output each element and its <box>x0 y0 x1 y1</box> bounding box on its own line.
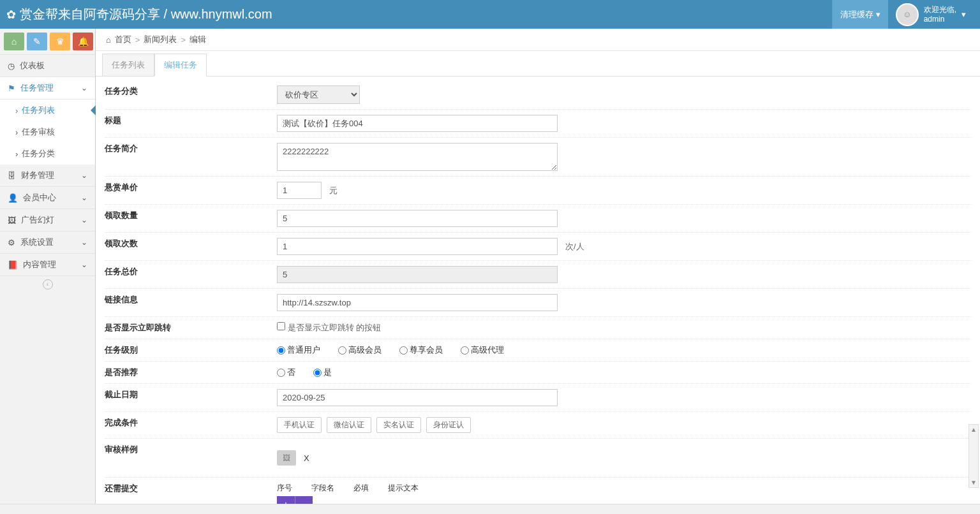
qty-input[interactable] <box>277 210 558 227</box>
scroll-up-icon: ▲ <box>970 426 977 433</box>
label-sample: 审核样例 <box>105 444 277 472</box>
sidebar-item-label: 内容管理 <box>23 259 56 270</box>
flag-icon: ⚑ <box>8 84 15 93</box>
dashboard-icon: ◷ <box>8 61 15 71</box>
label-link: 链接信息 <box>105 294 277 311</box>
sidebar-item-label: 会员中心 <box>23 192 56 203</box>
briefcase-icon: 🗄 <box>8 171 16 180</box>
level-opt-agent[interactable]: 高级代理 <box>461 344 504 356</box>
edit-form: 任务分类 砍价专区 标题 任务简介 2222222222 悬赏单价 <box>96 77 980 514</box>
cond-id[interactable]: 身份证认 <box>426 417 471 433</box>
label-level: 任务级别 <box>105 344 277 356</box>
separator: > <box>181 35 186 45</box>
welcome-text: 欢迎光临, <box>924 5 956 14</box>
recommend-yes[interactable]: 是 <box>313 367 332 378</box>
users-button[interactable]: ♛ <box>50 33 70 50</box>
label-title: 标题 <box>105 115 277 132</box>
label-total: 任务总价 <box>105 266 277 283</box>
cond-realname[interactable]: 实名认证 <box>376 417 421 433</box>
main: ⌂ 首页 > 新闻列表 > 编辑 任务列表 编辑任务 任务分类 砍价专区 标题 <box>96 29 980 514</box>
chevron-down-icon: ⌄ <box>81 260 87 269</box>
breadcrumb-current: 编辑 <box>189 34 206 45</box>
caret-down-icon: ▾ <box>876 10 880 19</box>
sidebar-item-label: 任务列表 <box>22 105 55 116</box>
sidebar-item-label: 任务管理 <box>20 82 54 94</box>
chevron-down-icon: ⌄ <box>81 193 87 202</box>
times-suffix: 次/人 <box>565 241 584 253</box>
sidebar-item-task-cat[interactable]: ›任务分类 <box>0 143 95 165</box>
sidebar-item-finance[interactable]: 🗄财务管理 ⌄ <box>0 165 95 187</box>
tab-task-list[interactable]: 任务列表 <box>102 54 154 76</box>
link-input[interactable] <box>277 294 558 311</box>
sidebar-item-label: 任务审核 <box>22 126 55 138</box>
level-opt-vip[interactable]: 尊享会员 <box>399 344 443 356</box>
tab-task-edit[interactable]: 编辑任务 <box>154 54 207 77</box>
sidebar-item-task-audit[interactable]: ›任务审核 <box>0 121 95 143</box>
sidebar-item-label: 广告幻灯 <box>21 214 54 226</box>
jump-checkbox-wrap[interactable]: 是否显示立即跳转 的按钮 <box>277 322 381 334</box>
label-jump: 是否显示立即跳转 <box>105 322 277 334</box>
level-opt-normal[interactable]: 普通用户 <box>277 344 320 356</box>
intro-textarea[interactable]: 2222222222 <box>277 143 558 171</box>
sample-remove[interactable]: X <box>304 453 309 463</box>
chevron-down-icon: ⌄ <box>81 84 87 92</box>
clear-cache-label: 清理缓存 <box>840 9 873 20</box>
avatar: ☺ <box>896 3 919 26</box>
recommend-no[interactable]: 否 <box>277 367 295 378</box>
sidebar-collapse[interactable]: ‹ <box>0 276 95 292</box>
deadline-input[interactable] <box>277 389 558 406</box>
alert-button[interactable]: 🔔 <box>73 33 93 50</box>
bullet-icon: › <box>15 106 18 115</box>
breadcrumb: ⌂ 首页 > 新闻列表 > 编辑 <box>96 29 980 51</box>
category-select[interactable]: 砍价专区 <box>277 85 360 104</box>
price-suffix: 元 <box>329 185 338 196</box>
page-scrollbar[interactable] <box>0 504 980 514</box>
sidebar-item-label: 仪表板 <box>20 60 45 71</box>
sidebar-item-system[interactable]: ⚙系统设置 ⌄ <box>0 231 95 254</box>
label-category: 任务分类 <box>105 85 277 104</box>
sidebar-item-task-list[interactable]: ›任务列表 <box>0 99 95 121</box>
breadcrumb-list[interactable]: 新闻列表 <box>144 34 177 45</box>
toolbar: ⌂ ✎ ♛ 🔔 <box>0 29 95 55</box>
label-recommend: 是否推荐 <box>105 367 277 378</box>
sidebar-item-dashboard[interactable]: ◷仪表板 <box>0 55 95 77</box>
col-name: 字段名 <box>311 483 334 494</box>
label-deadline: 截止日期 <box>105 389 277 406</box>
user-text: 欢迎光临, admin <box>924 5 956 24</box>
cond-wechat[interactable]: 微信认证 <box>327 417 371 433</box>
sidebar-item-tasks[interactable]: ⚑任务管理 ⌄ <box>0 77 95 99</box>
label-qty: 领取数量 <box>105 210 277 227</box>
inner-scrollbar[interactable]: ▲ ▼ <box>969 424 979 488</box>
col-no: 序号 <box>277 483 292 494</box>
cond-phone[interactable]: 手机认证 <box>277 417 322 433</box>
brand: ✿ 赏金帮来自阿奇源码分享 / www.hnymwl.com <box>6 6 272 23</box>
sidebar-item-ads[interactable]: 🖼广告幻灯 ⌄ <box>0 209 95 231</box>
sample-thumb[interactable]: 🖼 <box>277 450 296 466</box>
gear-icon: ⚙ <box>8 238 15 247</box>
col-hint: 提示文本 <box>388 483 419 494</box>
clear-cache-button[interactable]: 清理缓存 ▾ <box>832 0 888 29</box>
bullet-icon: › <box>15 149 18 159</box>
sidebar-item-content[interactable]: 📕内容管理 ⌄ <box>0 254 95 276</box>
home-icon: ⌂ <box>106 35 111 45</box>
title-input[interactable] <box>277 115 558 132</box>
edit-button[interactable]: ✎ <box>27 33 47 50</box>
total-input <box>277 266 558 283</box>
label-cond: 完成条件 <box>105 417 277 433</box>
sidebar-item-label: 任务分类 <box>22 148 55 159</box>
sidebar-item-label: 系统设置 <box>20 237 54 248</box>
bullet-icon: › <box>15 128 18 137</box>
price-input[interactable] <box>277 182 322 199</box>
chevron-left-icon: ‹ <box>43 279 53 290</box>
jump-checkbox[interactable] <box>277 322 285 330</box>
scroll-down-icon: ▼ <box>970 479 977 486</box>
separator: > <box>135 35 140 45</box>
times-input[interactable] <box>277 238 558 255</box>
breadcrumb-home[interactable]: 首页 <box>115 34 131 45</box>
level-opt-senior[interactable]: 高级会员 <box>338 344 382 356</box>
sidebar-item-member[interactable]: 👤会员中心 ⌄ <box>0 187 95 209</box>
leaf-icon: ✿ <box>6 8 16 22</box>
home-button[interactable]: ⌂ <box>4 33 24 50</box>
username: admin <box>924 15 956 24</box>
user-menu[interactable]: ☺ 欢迎光临, admin ▾ <box>888 0 974 29</box>
